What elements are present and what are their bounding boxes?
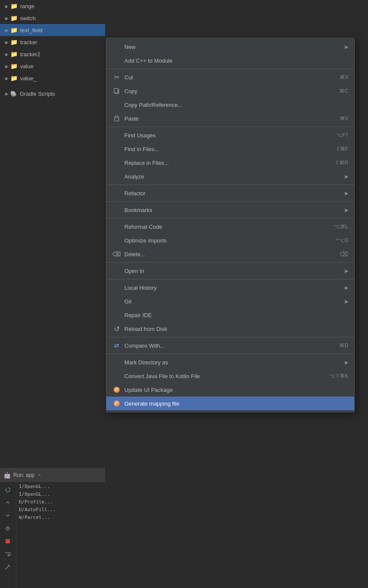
tree-item-tracker2[interactable]: ▶ 📁 tracker2	[0, 48, 105, 60]
menu-item-optimize-imports[interactable]: Optimize Imports ^⌥O	[106, 233, 354, 247]
log-line-3: D/Profile...	[19, 499, 103, 507]
run-log: I/OpenGL... I/OpenGL... D/Profile... D/A…	[16, 482, 105, 588]
chevron-icon: ▶	[5, 76, 9, 81]
chevron-icon: ▶	[5, 16, 9, 21]
menu-item-repair-ide[interactable]: Repair IDE	[106, 308, 354, 322]
submenu-arrow: ▶	[345, 299, 348, 304]
pin-button[interactable]	[2, 561, 14, 573]
context-menu: New ▶ Add C++ to Module ✂ Cut ⌘X Copy ⌘C…	[106, 38, 355, 412]
run-toolbar	[0, 482, 16, 588]
menu-item-convert-java[interactable]: Convert Java File to Kotlin File ⌥⇧⌘K	[106, 369, 354, 383]
tree-item-tracker[interactable]: ▶ 📁 tracker	[0, 36, 105, 48]
cut-icon: ✂	[112, 73, 121, 81]
copy-icon	[112, 88, 121, 94]
run-panel: 🤖 Run: app ×	[0, 468, 105, 588]
chevron-icon: ▶	[5, 91, 9, 96]
folder-icon: 📁	[10, 39, 18, 45]
divider	[106, 354, 354, 354]
submenu-arrow: ▶	[345, 285, 348, 291]
menu-item-bookmarks[interactable]: Bookmarks ▶	[106, 203, 354, 217]
close-button[interactable]: ×	[38, 472, 41, 478]
tree-item-text-field[interactable]: ▶ 📁 text_field	[0, 24, 105, 36]
log-line-4: D/AutoFill...	[19, 507, 103, 515]
menu-item-generate-mapping[interactable]: P Generate mapping file	[106, 397, 354, 410]
menu-item-cut[interactable]: ✂ Cut ⌘X	[106, 70, 354, 84]
menu-item-open-in[interactable]: Open In ▶	[106, 264, 354, 278]
menu-item-update-ui[interactable]: P Update UI Package	[106, 383, 354, 397]
divider	[106, 201, 354, 202]
svg-point-9	[7, 527, 9, 530]
log-line-1: I/OpenGL...	[19, 484, 103, 491]
compare-icon: ⇄	[112, 342, 121, 349]
gradle-icon: 🐘	[10, 91, 17, 97]
svg-text:P: P	[115, 388, 118, 392]
folder-icon: 📁	[10, 15, 18, 21]
submenu-arrow: ▶	[345, 191, 348, 196]
tree-item-value[interactable]: ▶ 📁 value	[0, 60, 105, 72]
svg-marker-8	[6, 488, 7, 490]
menu-item-git[interactable]: Git ▶	[106, 294, 354, 308]
folder-icon: 📁	[10, 63, 18, 70]
menu-item-find-in-files[interactable]: Find in Files... ⇧⌘F	[106, 142, 354, 156]
divider	[106, 279, 354, 279]
menu-item-new[interactable]: New ▶	[106, 40, 354, 54]
log-line-2: I/OpenGL...	[19, 491, 103, 499]
divider	[106, 185, 354, 185]
divider	[106, 337, 354, 337]
run-icon: 🤖	[3, 472, 11, 479]
plugin-icon: P	[112, 386, 121, 393]
paste-icon	[112, 115, 121, 121]
run-label: Run:	[13, 472, 24, 478]
svg-rect-1	[114, 88, 118, 93]
divider	[106, 218, 354, 218]
chevron-icon: ▶	[5, 4, 9, 9]
menu-item-compare[interactable]: ⇄ Compare With... ⌘D	[106, 339, 354, 352]
folder-icon: 📁	[10, 75, 18, 82]
divider	[106, 127, 354, 127]
folder-icon: 📁	[10, 3, 18, 9]
menu-item-delete[interactable]: ⌫ Delete... ⌫	[106, 247, 354, 261]
tree-item-switch[interactable]: ▶ 📁 switch	[0, 12, 105, 24]
log-line-5: W/Parcel...	[19, 515, 103, 522]
chevron-icon: ▶	[5, 64, 9, 69]
submenu-arrow: ▶	[345, 44, 348, 50]
divider	[106, 69, 354, 69]
chevron-icon: ▶	[5, 28, 9, 33]
menu-item-mark-directory[interactable]: Mark Directory as ▶	[106, 355, 354, 369]
rerun-button[interactable]	[2, 484, 14, 496]
tree-item-value2[interactable]: ▶ 📁 value_	[0, 72, 105, 84]
submenu-arrow: ▶	[345, 174, 348, 179]
chevron-icon: ▶	[5, 52, 9, 57]
stop-button[interactable]	[2, 535, 14, 547]
run-panel-header: 🤖 Run: app ×	[0, 468, 105, 482]
menu-item-add-cpp[interactable]: Add C++ to Module	[106, 54, 354, 67]
reload-icon: ↺	[112, 325, 121, 333]
menu-item-analyze[interactable]: Analyze ▶	[106, 170, 354, 183]
menu-item-paste[interactable]: Paste ⌘V	[106, 112, 354, 125]
scroll-down-button[interactable]	[2, 509, 14, 521]
settings-button[interactable]	[2, 522, 14, 534]
tree-item-range[interactable]: ▶ 📁 range	[0, 0, 105, 12]
folder-icon: 📁	[10, 27, 18, 33]
scroll-up-button[interactable]	[2, 497, 14, 509]
menu-item-find-usages[interactable]: Find Usages ⌥F7	[106, 128, 354, 142]
menu-item-copy-path[interactable]: Copy Path/Reference...	[106, 98, 354, 112]
menu-item-replace-in-files[interactable]: Replace in Files... ⇧⌘R	[106, 156, 354, 170]
menu-item-reformat[interactable]: Reformat Code ⌥⌘L	[106, 220, 354, 233]
menu-item-local-history[interactable]: Local History ▶	[106, 281, 354, 294]
submenu-arrow: ▶	[345, 268, 348, 274]
svg-rect-10	[6, 539, 10, 543]
wrap-button[interactable]	[2, 548, 14, 560]
svg-line-13	[5, 567, 8, 570]
menu-item-copy[interactable]: Copy ⌘C	[106, 84, 354, 98]
divider	[106, 262, 354, 263]
app-name: app	[26, 472, 34, 478]
tree-item-gradle[interactable]: ▶ 🐘 Gradle Scripts	[0, 88, 105, 100]
chevron-icon: ▶	[5, 40, 9, 45]
submenu-arrow: ▶	[345, 207, 348, 213]
delete-icon: ⌫	[112, 251, 121, 258]
menu-item-reload[interactable]: ↺ Reload from Disk	[106, 322, 354, 336]
svg-text:P: P	[115, 401, 118, 406]
svg-rect-3	[115, 116, 118, 118]
menu-item-refactor[interactable]: Refactor ▶	[106, 186, 354, 200]
